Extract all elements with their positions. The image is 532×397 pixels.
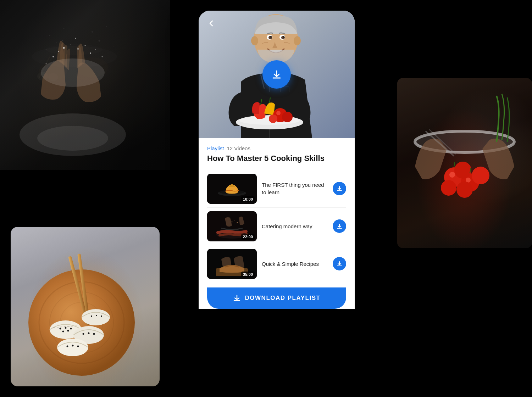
back-button[interactable] [205, 17, 218, 30]
svg-point-40 [454, 162, 471, 179]
svg-point-58 [70, 328, 72, 330]
phone-card: Playlist 12 Videos How To Master 5 Cooki… [199, 11, 355, 309]
playlist-label-row: Playlist 12 Videos [207, 145, 346, 151]
video-info-3: Quick & Simple Recipes [262, 260, 328, 268]
video-thumbnail-1[interactable]: 18:00 [207, 174, 257, 204]
scene: Playlist 12 Videos How To Master 5 Cooki… [0, 0, 532, 397]
svg-point-57 [65, 327, 67, 329]
svg-point-20 [58, 51, 59, 52]
playlist-title: How To Master 5 Cooking Skills [207, 153, 346, 164]
svg-point-28 [102, 56, 103, 57]
svg-point-69 [82, 309, 110, 325]
svg-point-97 [232, 221, 233, 222]
download-hero-button[interactable] [262, 60, 291, 89]
svg-point-48 [28, 269, 135, 376]
video-download-button-2[interactable] [333, 219, 346, 233]
video-item: 35:00 Quick & Simple Recipes [207, 245, 346, 283]
svg-point-24 [85, 45, 86, 46]
video-title-2: Catering modern way [262, 223, 328, 230]
svg-point-60 [67, 330, 69, 332]
video-duration-1: 18:00 [241, 196, 255, 202]
svg-point-65 [57, 339, 88, 356]
video-title-1: The FIRST thing you need to learn [262, 181, 328, 196]
svg-point-66 [67, 346, 68, 347]
svg-line-44 [454, 162, 455, 167]
svg-point-81 [269, 114, 277, 123]
svg-point-98 [234, 220, 235, 220]
svg-point-88 [281, 36, 285, 39]
svg-point-80 [282, 112, 293, 122]
svg-point-79 [276, 111, 281, 115]
svg-point-21 [63, 47, 65, 49]
video-download-button-3[interactable] [333, 257, 346, 270]
download-playlist-label: DOWNLOAD PLAYLIST [245, 295, 321, 302]
video-count: 12 Videos [227, 145, 250, 151]
bg-dumplings-image [11, 227, 160, 386]
svg-point-89 [270, 36, 272, 38]
svg-point-18 [41, 58, 105, 87]
svg-point-22 [71, 44, 71, 45]
video-duration-2: 22:00 [241, 234, 255, 240]
svg-point-87 [268, 36, 272, 39]
svg-point-25 [90, 52, 91, 54]
svg-point-23 [77, 48, 79, 50]
svg-point-19 [52, 56, 54, 57]
svg-point-26 [95, 49, 96, 50]
svg-point-68 [77, 346, 79, 347]
svg-point-56 [60, 328, 61, 330]
video-duration-3: 35:00 [241, 272, 255, 277]
svg-point-42 [441, 180, 456, 196]
svg-point-70 [91, 315, 92, 317]
svg-point-41 [472, 167, 489, 184]
svg-point-27 [46, 63, 47, 65]
video-thumbnail-3[interactable]: 35:00 [207, 249, 257, 279]
video-item: 22:00 Catering modern way [207, 208, 346, 245]
video-item: 18:00 The FIRST thing you need to learn [207, 170, 346, 208]
svg-point-92 [294, 36, 301, 45]
svg-point-30 [75, 38, 76, 39]
download-playlist-button[interactable]: DOWNLOAD PLAYLIST [207, 287, 346, 309]
video-download-button-1[interactable] [333, 182, 346, 195]
hero-image [199, 11, 355, 138]
svg-point-99 [237, 222, 238, 223]
svg-point-71 [96, 315, 97, 316]
bg-tomato-image [397, 78, 532, 248]
svg-point-91 [251, 36, 258, 45]
bg-baking-image [0, 0, 170, 170]
playlist-text: Playlist [207, 145, 224, 151]
video-info-2: Catering modern way [262, 223, 328, 230]
svg-point-59 [62, 331, 64, 332]
svg-point-32 [37, 126, 108, 151]
video-thumbnail-2[interactable]: 22:00 [207, 211, 257, 241]
svg-point-29 [62, 40, 62, 41]
svg-point-37 [449, 172, 455, 178]
svg-point-72 [101, 315, 102, 317]
card-content: Playlist 12 Videos How To Master 5 Cooki… [199, 138, 355, 309]
video-list: 18:00 The FIRST thing you need to learn [207, 170, 346, 283]
svg-point-43 [456, 181, 473, 198]
svg-point-64 [93, 333, 95, 335]
video-title-3: Quick & Simple Recipes [262, 260, 328, 268]
svg-point-67 [72, 345, 74, 347]
svg-point-90 [283, 36, 284, 38]
video-info-1: The FIRST thing you need to learn [262, 181, 328, 196]
svg-point-63 [88, 332, 90, 334]
svg-point-62 [83, 333, 84, 335]
